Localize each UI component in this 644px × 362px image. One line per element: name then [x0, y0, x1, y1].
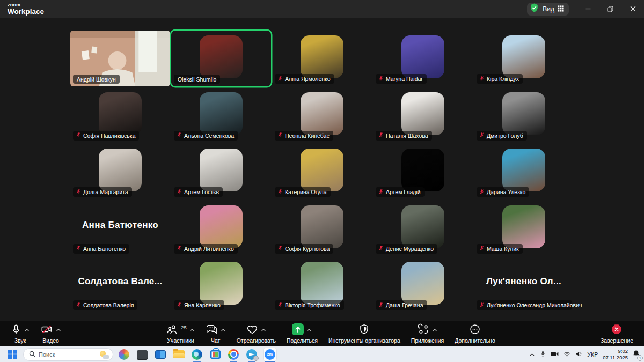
participant-avatar	[99, 149, 142, 191]
taskbar-app-file-explorer[interactable]	[172, 348, 186, 361]
tray-camera-icon[interactable]	[551, 350, 559, 359]
participant-tile[interactable]: Аліна Ярмоленко	[272, 31, 372, 86]
photos-icon	[119, 349, 129, 360]
toolbar-video-button[interactable]: Видео	[35, 321, 67, 346]
edge-icon	[192, 349, 202, 360]
participant-tile[interactable]: Софія Павликівська	[70, 87, 170, 143]
taskbar-app-dark-app[interactable]	[135, 348, 149, 361]
tray-mic-icon[interactable]	[540, 350, 546, 359]
toolbar-end-meeting-button[interactable]: Завершение	[595, 321, 639, 346]
participant-tile[interactable]: Maryna Haidar	[373, 31, 473, 86]
participant-name-label: Дмитро Голуб	[477, 131, 527, 141]
participant-name-label: Артем Гостєв	[174, 187, 223, 197]
tray-wifi-icon[interactable]	[564, 350, 570, 359]
participant-tile[interactable]: Андрій Литвиненко	[171, 201, 271, 256]
participant-name-label: Яна Карпенко	[174, 300, 224, 310]
chevron-up-icon[interactable]	[261, 328, 266, 332]
toolbar-share-button[interactable]: Поделиться	[281, 321, 323, 346]
taskbar-app-edge[interactable]	[190, 348, 204, 361]
taskbar-app-photos[interactable]	[117, 348, 131, 361]
tray-volume-icon[interactable]	[575, 350, 582, 359]
muted-mic-icon	[378, 76, 384, 83]
muted-mic-icon	[479, 132, 485, 139]
participant-name-label: Артем Гладій	[376, 187, 425, 197]
participant-avatar	[301, 205, 343, 248]
participant-tile[interactable]: Андрій Шовкун	[70, 31, 170, 86]
meeting-toolbar: ЗвукВидео 25УчастникиЧатОтреагироватьПод…	[0, 321, 644, 346]
participant-name-label: Андрій Шовкун	[73, 75, 120, 84]
participant-tile[interactable]: Артем Гостєв	[171, 144, 271, 200]
participant-tile[interactable]: Вікторія Трофименко	[272, 257, 372, 313]
minimize-button[interactable]	[576, 0, 599, 18]
participant-tile[interactable]: Oleksii Shumilo	[171, 31, 271, 86]
participant-tile[interactable]: Анна БатютенкоАнна Батютенко	[70, 201, 170, 256]
taskbar-search-input[interactable]: Поиск	[23, 348, 113, 361]
participant-tile[interactable]: Яна Карпенко	[171, 257, 271, 313]
taskbar-app-zoom-app[interactable]: zm	[263, 348, 277, 361]
participant-name-label: Наталія Шахова	[376, 131, 432, 141]
participant-tile[interactable]: Маша Кулик	[474, 201, 574, 256]
chevron-up-icon[interactable]	[221, 328, 226, 332]
muted-mic-icon	[378, 189, 384, 196]
participant-avatar	[401, 149, 444, 191]
participant-tile[interactable]: Альона Семенкова	[171, 87, 271, 143]
logo-zoom-text: zoom	[8, 3, 44, 8]
participant-tile[interactable]: Наталія Шахова	[373, 87, 473, 143]
tray-expand-chevron-icon[interactable]	[529, 350, 535, 359]
taskbar-app-telegram[interactable]	[245, 348, 259, 361]
people-icon	[166, 323, 178, 337]
taskbar-app-microsoft-store[interactable]	[208, 348, 222, 361]
shield-icon	[358, 323, 370, 337]
notification-bell-icon[interactable]: 1	[633, 350, 640, 359]
participant-tile[interactable]: Неоніла Кинебас	[272, 87, 372, 143]
search-icon	[29, 350, 35, 359]
participant-tile[interactable]: Дмитро Голуб	[474, 87, 574, 143]
maximize-button[interactable]	[599, 0, 621, 18]
participant-name-label: Катерина Огула	[275, 187, 331, 197]
windows-taskbar: Поиск zm УКР 9:02 07.11.	[0, 346, 644, 362]
participant-tile[interactable]: Долга Маргарита	[70, 144, 170, 200]
participant-tile[interactable]: Кіра Кліндух	[474, 31, 574, 86]
muted-mic-icon	[277, 245, 283, 252]
taskbar-app-chrome[interactable]	[226, 348, 240, 361]
view-label: Вид	[543, 5, 554, 13]
close-button[interactable]	[621, 0, 644, 18]
toolbar-participants-button[interactable]: 25Участники	[161, 321, 200, 346]
muted-mic-icon	[76, 302, 81, 309]
gallery-grid-icon	[558, 4, 564, 14]
start-button[interactable]	[5, 348, 19, 361]
toolbar-apps-button[interactable]: Приложения	[406, 321, 449, 346]
toolbar-react-button[interactable]: Отреагировать	[231, 321, 281, 346]
taskbar-app-blue-window-app[interactable]	[153, 348, 167, 361]
taskbar-clock[interactable]: 9:02 07.11.2025	[603, 348, 628, 361]
participant-avatar	[502, 35, 545, 78]
view-menu-button[interactable]: Вид	[527, 3, 569, 16]
muted-mic-icon	[277, 76, 283, 83]
participant-tile[interactable]: Лук'яненко Ол...Лук'яненко Олександр Мик…	[474, 257, 574, 313]
participant-tile[interactable]: Артем Гладій	[373, 144, 473, 200]
participant-tile[interactable]: Солдатова Вале...Солдатова Валерія	[70, 257, 170, 313]
chevron-up-icon[interactable]	[189, 328, 195, 332]
chevron-up-icon[interactable]	[432, 328, 437, 332]
titlebar: zoom Workplace Вид	[0, 0, 644, 18]
participant-tile[interactable]: Даша Гречана	[373, 257, 473, 313]
chevron-up-icon[interactable]	[24, 328, 30, 332]
muted-mic-icon	[177, 189, 182, 196]
weather-widget-icon[interactable]	[99, 350, 109, 359]
chevron-up-icon[interactable]	[306, 328, 312, 332]
chevron-up-icon[interactable]	[56, 328, 61, 332]
participant-tile[interactable]: Софія Куртюгова	[272, 201, 372, 256]
participants-count-badge: 25	[181, 324, 187, 330]
toolbar-audio-button[interactable]: Звук	[5, 321, 35, 346]
participant-tile[interactable]: Денис Муращенко	[373, 201, 473, 256]
participant-avatar	[200, 35, 243, 78]
participant-tile[interactable]: Дарина Улезко	[474, 144, 574, 200]
more-icon	[469, 323, 481, 337]
muted-mic-icon	[479, 302, 485, 309]
keyboard-language-indicator[interactable]: УКР	[587, 351, 598, 358]
participant-name-label: Аліна Ярмоленко	[275, 74, 334, 84]
participant-tile[interactable]: Катерина Огула	[272, 144, 372, 200]
toolbar-host-tools-button[interactable]: Инструменты организатора	[323, 321, 406, 346]
toolbar-chat-button[interactable]: Чат	[200, 321, 231, 346]
toolbar-more-button[interactable]: Дополнительно	[449, 321, 501, 346]
